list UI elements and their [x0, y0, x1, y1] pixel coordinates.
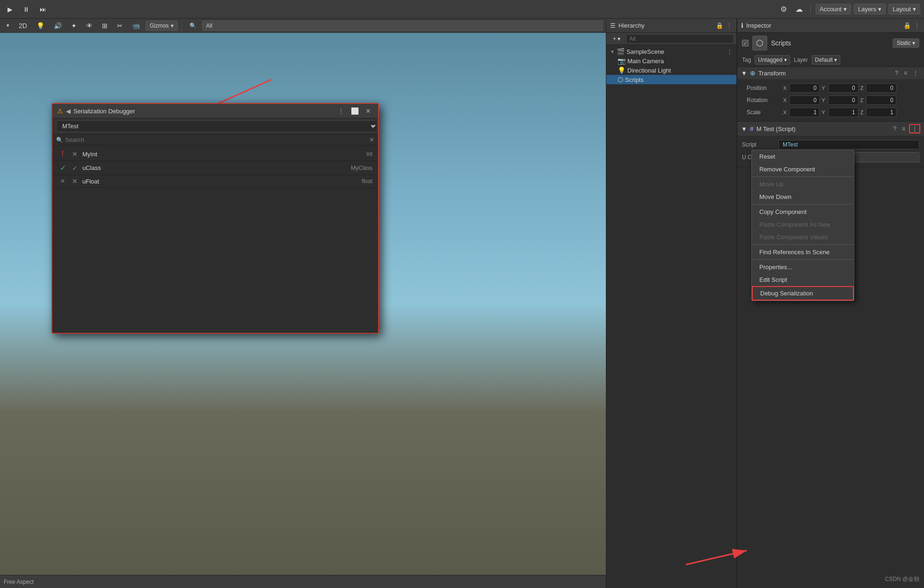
hierarchy-item-dirlight[interactable]: 💡 Directional Light: [606, 66, 736, 75]
gizmos-dropdown[interactable]: Gizmos ▾: [146, 21, 178, 31]
rot-y-input[interactable]: [828, 96, 859, 105]
scene-extra1[interactable]: 👁: [82, 20, 96, 31]
mtest-header[interactable]: ▼ # M Test (Script) ? ≡ ⋮: [737, 122, 924, 136]
transform-title: Transform: [758, 70, 890, 77]
inspector-obj-header: ✓ ⬡ Scripts Static ▾: [737, 33, 924, 53]
hierarchy-title: Hierarchy: [618, 22, 645, 29]
obj-active-checkbox[interactable]: ✓: [742, 40, 749, 46]
scale-z-input[interactable]: [866, 108, 896, 117]
audio-icon[interactable]: 🔊: [50, 20, 65, 31]
hierarchy-search-input[interactable]: [626, 34, 734, 44]
debug-toolbar: MTest ▾: [52, 118, 378, 134]
scene-icon: 🎬: [617, 48, 625, 55]
inspector-header: ℹ Inspector 🔒 ⋮: [737, 19, 924, 33]
hierarchy-header: ☰ Hierarchy 🔒 ⋮: [606, 19, 736, 33]
debug-clear-icon[interactable]: ✕: [369, 136, 374, 143]
debug-close-btn[interactable]: ✕: [363, 107, 373, 115]
scene-bottom-bar: Free Aspect: [0, 575, 606, 588]
scale-x-input[interactable]: [789, 108, 820, 117]
scripts-label: Scripts: [625, 76, 644, 83]
rotation-row: Rotation X Y Z: [742, 94, 919, 106]
rotation-label: Rotation: [747, 97, 779, 103]
rot-x-axis: X: [783, 97, 786, 103]
hierarchy-toolbar: + ▾: [606, 33, 736, 45]
hierarchy-item-maincamera[interactable]: 📷 Main Camera: [606, 56, 736, 66]
context-properties[interactable]: Properties...: [752, 261, 854, 273]
tag-dropdown[interactable]: Untagged ▾: [755, 55, 790, 65]
mtest-title: M Test (Script): [757, 125, 889, 132]
layout-dropdown[interactable]: Layout ▾: [888, 4, 920, 15]
pos-z-input[interactable]: [866, 83, 896, 93]
camera-icon[interactable]: 📹: [128, 20, 144, 31]
transform-header[interactable]: ▼ ⊕ Transform ? ≡ ⋮: [737, 67, 924, 79]
account-dropdown[interactable]: Account ▾: [815, 4, 851, 15]
grid-icon[interactable]: ⊞: [98, 20, 111, 31]
debug-object-dropdown[interactable]: MTest: [56, 120, 378, 132]
hierarchy-add-btn[interactable]: + ▾: [609, 34, 624, 44]
inspector-title: Inspector: [746, 22, 771, 29]
search-icon: 🔍: [56, 137, 63, 143]
context-edit-script[interactable]: Edit Script: [752, 273, 854, 286]
check-icon: ✓: [58, 163, 67, 172]
transform-expand-icon: ▼: [741, 70, 747, 77]
scene-mode-btn[interactable]: ▾: [3, 21, 13, 30]
transform-component: ▼ ⊕ Transform ? ≡ ⋮ Position X: [737, 67, 924, 122]
context-copy-component[interactable]: Copy Component: [752, 206, 854, 218]
hierarchy-more-icon[interactable]: ⋮: [726, 22, 733, 29]
rot-x-input[interactable]: [789, 96, 820, 105]
free-aspect-label: Free Aspect: [4, 579, 34, 585]
obj-icon: ⬡: [752, 36, 767, 51]
tag-layer-row: Tag Untagged ▾ Layer Default ▾: [737, 53, 924, 67]
transform-preset-btn[interactable]: ≡: [902, 69, 909, 77]
context-reset[interactable]: Reset: [752, 150, 854, 163]
cloud-icon[interactable]: ☁: [793, 3, 806, 15]
pos-y-input[interactable]: [828, 83, 859, 93]
scale-y-input[interactable]: [828, 108, 859, 117]
debug-search-bar: 🔍 ✕: [52, 134, 378, 146]
static-badge[interactable]: Static ▾: [893, 38, 919, 48]
debug-search-input[interactable]: [65, 136, 367, 143]
debug-back-icon[interactable]: ◀: [66, 108, 71, 115]
pause-button[interactable]: ⏸: [19, 4, 33, 15]
context-debug-serialization[interactable]: Debug Serialization: [752, 286, 854, 301]
scene-extra2[interactable]: ✂: [113, 20, 126, 31]
debug-title-label: Serialization Debugger: [73, 108, 333, 115]
debug-row-myint: ! ✕ MyInt int: [52, 147, 378, 161]
transform-more-btn[interactable]: ⋮: [911, 69, 920, 77]
inspector-more-icon[interactable]: ⋮: [914, 22, 920, 29]
transform-help-btn[interactable]: ?: [893, 69, 900, 77]
settings-icon[interactable]: ⚙: [778, 3, 790, 15]
context-find-refs[interactable]: Find References In Scene: [752, 246, 854, 258]
debug-more-btn[interactable]: ⋮: [335, 107, 347, 115]
context-remove-component[interactable]: Remove Component: [752, 163, 854, 176]
inspector-lock-icon[interactable]: 🔒: [903, 22, 911, 29]
fx-icon[interactable]: ✦: [67, 20, 80, 31]
debug-maximize-btn[interactable]: ⬜: [349, 107, 361, 115]
scene-more-icon[interactable]: ⋮: [727, 48, 733, 55]
layer-dropdown[interactable]: Default ▾: [812, 55, 840, 65]
chevron-down-icon: ▾: [844, 6, 847, 13]
hierarchy-panel: ☰ Hierarchy 🔒 ⋮ + ▾ ▼ 🎬 SampleScene ⋮ 📷 …: [606, 19, 737, 588]
mtest-more-btn[interactable]: ⋮: [909, 124, 920, 133]
layers-dropdown[interactable]: Layers ▾: [854, 4, 886, 15]
light-icon[interactable]: 💡: [33, 20, 48, 31]
search-scene-icon[interactable]: 🔍: [186, 21, 200, 31]
hierarchy-item-samplescene[interactable]: ▼ 🎬 SampleScene ⋮: [606, 47, 736, 56]
rot-z-input[interactable]: [866, 96, 896, 105]
context-move-down[interactable]: Move Down: [752, 191, 854, 203]
mtest-preset-btn[interactable]: ≡: [900, 124, 907, 133]
hierarchy-lock-icon[interactable]: 🔒: [716, 22, 723, 29]
debug-titlebar-buttons: ⋮ ⬜ ✕: [335, 107, 373, 115]
inspector-info-icon: ℹ: [741, 22, 743, 29]
all-dropdown[interactable]: All: [202, 21, 603, 31]
context-sep-2: [752, 204, 854, 205]
position-row: Position X Y Z: [742, 82, 919, 94]
step-button[interactable]: ⏭: [36, 4, 50, 15]
context-menu: Reset Remove Component Move Up Move Down…: [751, 150, 854, 301]
pos-x-input[interactable]: [789, 83, 820, 93]
cross-icon-1: ✕: [71, 150, 79, 158]
play-button[interactable]: ▶: [4, 4, 16, 15]
2d-btn[interactable]: 2D: [15, 20, 31, 31]
hierarchy-item-scripts[interactable]: ⬡ Scripts: [606, 75, 736, 84]
mtest-help-btn[interactable]: ?: [891, 124, 898, 133]
